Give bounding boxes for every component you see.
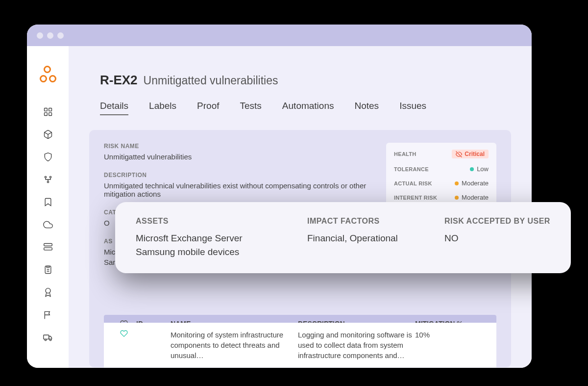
heart-icon[interactable] (120, 330, 128, 337)
svg-rect-2 (44, 113, 47, 116)
award-icon[interactable] (43, 287, 53, 297)
cell-description: Logging and monitoring software is used … (298, 330, 415, 360)
package-icon[interactable] (43, 129, 53, 139)
description-value: Unmitigated technical vulnerabilities ex… (104, 181, 373, 198)
cell-name: Monitoring of system infrastructure comp… (171, 330, 298, 360)
svg-rect-8 (44, 248, 52, 250)
tab-bar: Details Labels Proof Tests Automations N… (100, 101, 511, 115)
svg-rect-15 (43, 335, 49, 339)
risk-name-label: RISK NAME (104, 143, 373, 150)
svg-point-17 (49, 339, 51, 340)
description-label: DESCRIPTION (104, 172, 373, 179)
tab-proof[interactable]: Proof (197, 101, 219, 115)
window-titlebar (27, 25, 532, 46)
risk-title: Unmitigatted vulnerabilities (144, 74, 278, 87)
popover-accepted-label: RISK ACCEPTED BY USER (444, 217, 550, 226)
truck-icon[interactable] (43, 333, 53, 342)
tab-notes[interactable]: Notes (354, 101, 379, 115)
tab-tests[interactable]: Tests (240, 101, 262, 115)
popover-accepted-value: NO (444, 232, 550, 245)
flag-icon[interactable] (43, 310, 53, 320)
inherent-risk-value: Moderate (455, 194, 489, 201)
svg-rect-0 (44, 108, 47, 111)
risk-summary-card: HEALTH Critical TOLERANCE Low ACTUAL RIS… (386, 143, 496, 211)
table-row[interactable]: Monitoring of system infrastructure comp… (104, 323, 496, 367)
app-logo-icon (40, 66, 56, 82)
shield-icon[interactable] (43, 152, 53, 162)
page-title: R-EX2 Unmitigatted vulnerabilities (100, 73, 511, 88)
svg-point-16 (45, 339, 46, 340)
actual-risk-label: ACTUAL RISK (394, 180, 432, 186)
inherent-risk-label: INTERENT RISK (394, 195, 437, 201)
assets-popover: ASSETS Microsft Exchange Server Samsung … (115, 202, 571, 273)
actual-risk-value: Moderate (455, 180, 489, 187)
eye-off-icon (456, 151, 462, 157)
server-icon[interactable] (43, 242, 53, 252)
tab-labels[interactable]: Labels (149, 101, 176, 115)
cell-id (136, 330, 171, 360)
popover-assets-value: Microsft Exchange Server Samsung mobile … (136, 232, 283, 258)
svg-point-14 (46, 288, 50, 293)
cell-mitigation: 10% (415, 330, 489, 360)
svg-point-4 (45, 176, 46, 178)
bookmark-icon[interactable] (43, 197, 53, 207)
clipboard-icon[interactable] (43, 265, 53, 275)
svg-point-6 (47, 181, 49, 182)
tab-automations[interactable]: Automations (282, 101, 334, 115)
dashboard-icon[interactable] (43, 107, 53, 117)
sidebar (27, 46, 69, 368)
health-value: Critical (465, 151, 485, 157)
health-label: HEALTH (394, 151, 416, 157)
svg-point-5 (49, 176, 51, 178)
tab-issues[interactable]: Issues (399, 101, 426, 115)
popover-assets-label: ASSETS (136, 217, 283, 226)
app-window: R-EX2 Unmitigatted vulnerabilities Detai… (27, 25, 532, 368)
health-badge: Critical (452, 150, 489, 158)
tolerance-value: Low (470, 165, 489, 173)
traffic-light-minimize[interactable] (47, 32, 53, 39)
svg-rect-7 (44, 244, 52, 246)
popover-impact-label: IMPACT FACTORS (307, 217, 420, 226)
traffic-light-zoom[interactable] (57, 32, 64, 39)
cloud-icon[interactable] (43, 220, 53, 230)
svg-rect-3 (49, 113, 51, 116)
risk-code: R-EX2 (100, 73, 138, 88)
svg-rect-1 (49, 108, 51, 111)
traffic-light-close[interactable] (37, 32, 43, 39)
tolerance-label: TOLERANCE (394, 166, 429, 172)
tab-details[interactable]: Details (100, 101, 128, 115)
network-icon[interactable] (43, 175, 53, 184)
popover-impact-value: Financial, Operational (307, 232, 420, 245)
risk-name-value: Unmitigatted vulnerabilities (104, 153, 373, 161)
